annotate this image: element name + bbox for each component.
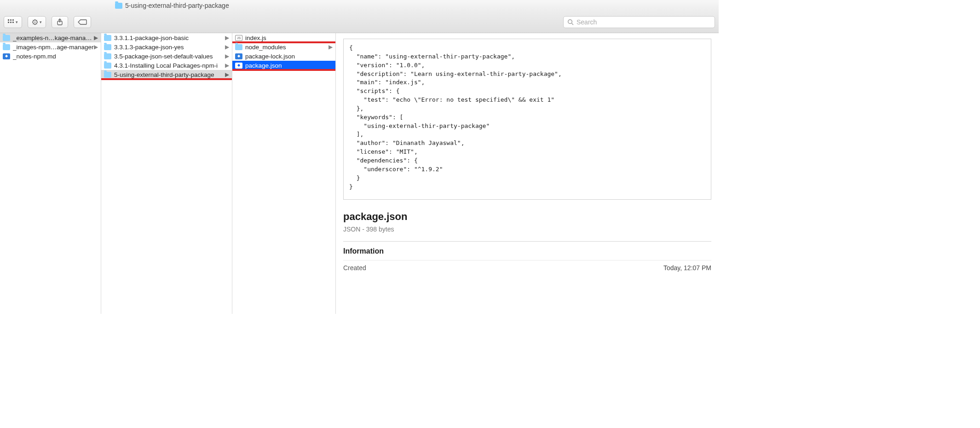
- list-item[interactable]: node_modules▶: [232, 42, 335, 52]
- list-item[interactable]: JSindex.js: [232, 33, 335, 42]
- svg-line-13: [36, 23, 37, 24]
- list-item[interactable]: 5-using-external-third-party-package▶: [101, 70, 232, 79]
- item-label: package.json: [245, 62, 333, 69]
- list-item[interactable]: _images-npm…age-manager▶: [0, 42, 101, 52]
- item-label: _notes-npm.md: [13, 53, 98, 60]
- list-item[interactable]: 3.5-package-json-set-default-values▶: [101, 52, 232, 61]
- item-label: _examples-n…kage-manager: [13, 35, 94, 41]
- item-label: 3.3.1.1-package-json-basic: [114, 35, 225, 41]
- svg-line-19: [572, 23, 574, 25]
- chevron-right-icon: ▶: [225, 71, 229, 78]
- folder-icon: [104, 72, 111, 78]
- preview-filename: package.json: [343, 211, 711, 223]
- action-menu-button[interactable]: ▾: [28, 16, 46, 28]
- svg-rect-0: [8, 19, 9, 21]
- column-1[interactable]: _examples-n…kage-manager▶_images-npm…age…: [0, 33, 101, 314]
- created-value: Today, 12:07 PM: [663, 264, 711, 272]
- list-item[interactable]: package-lock.json: [232, 52, 335, 61]
- item-label: _images-npm…age-manager: [13, 44, 94, 51]
- chevron-right-icon: ▶: [94, 35, 98, 41]
- item-label: index.js: [245, 35, 333, 41]
- column-2[interactable]: 3.3.1.1-package-json-basic▶3.3.1.3-packa…: [101, 33, 232, 314]
- item-label: package-lock.json: [245, 53, 333, 60]
- svg-point-18: [568, 19, 572, 23]
- svg-line-15: [36, 20, 37, 20]
- vscode-file-icon: [235, 53, 242, 59]
- share-button[interactable]: [52, 16, 68, 28]
- item-label: 5-using-external-third-party-package: [114, 71, 225, 78]
- view-mode-button[interactable]: ▾: [4, 16, 22, 28]
- chevron-down-icon: ▾: [40, 20, 42, 24]
- item-label: 4.3.1-Installing Local Packages-npm-i: [114, 62, 225, 69]
- info-section-header: Information: [343, 241, 711, 255]
- preview-subtitle: JSON - 398 bytes: [343, 226, 711, 233]
- annotation-underline: [232, 69, 335, 71]
- chevron-right-icon: ▶: [225, 35, 229, 41]
- chevron-right-icon: ▶: [94, 44, 98, 50]
- column-browser: _examples-n…kage-manager▶_images-npm…age…: [0, 33, 719, 314]
- svg-point-7: [35, 21, 35, 22]
- chevron-right-icon: ▶: [225, 62, 229, 69]
- svg-rect-1: [10, 19, 12, 21]
- folder-icon: [104, 53, 111, 59]
- file-content-preview: { "name": "using-external-thir-party-pac…: [343, 39, 711, 200]
- info-created-row: Created Today, 12:07 PM: [343, 260, 711, 275]
- folder-icon: [115, 3, 122, 9]
- list-item[interactable]: 3.3.1.3-package-json-yes▶: [101, 42, 232, 52]
- svg-rect-4: [10, 22, 12, 23]
- search-input[interactable]: [576, 18, 711, 26]
- list-item[interactable]: _notes-npm.md: [0, 52, 101, 61]
- chevron-right-icon: ▶: [225, 53, 229, 59]
- toolbar: ▾ ▾: [0, 11, 719, 33]
- list-item[interactable]: package.json: [232, 61, 335, 70]
- svg-rect-3: [8, 22, 9, 23]
- search-field[interactable]: [563, 16, 715, 28]
- chevron-down-icon: ▾: [16, 20, 18, 24]
- list-item[interactable]: _examples-n…kage-manager▶: [0, 33, 101, 42]
- column-3[interactable]: JSindex.jsnode_modules▶package-lock.json…: [232, 33, 336, 314]
- window-title: 5-using-external-third-party-package: [125, 2, 229, 9]
- window-titlebar: 5-using-external-third-party-package: [0, 0, 719, 11]
- item-label: 3.3.1.3-package-json-yes: [114, 44, 225, 51]
- svg-rect-5: [12, 22, 14, 23]
- js-file-icon: JS: [235, 35, 242, 41]
- search-icon: [567, 19, 574, 25]
- created-label: Created: [343, 264, 366, 272]
- item-label: 3.5-package-json-set-default-values: [114, 53, 225, 60]
- list-item[interactable]: 3.3.1.1-package-json-basic▶: [101, 33, 232, 42]
- svg-line-14: [33, 23, 34, 24]
- chevron-right-icon: ▶: [329, 44, 333, 50]
- item-label: node_modules: [245, 44, 329, 51]
- chevron-right-icon: ▶: [225, 44, 229, 50]
- svg-line-12: [33, 20, 34, 20]
- vscode-file-icon: [3, 53, 10, 59]
- folder-icon: [3, 35, 10, 41]
- annotation-underline: [101, 78, 232, 80]
- folder-icon: [104, 63, 111, 69]
- svg-rect-2: [12, 19, 14, 21]
- list-item[interactable]: 4.3.1-Installing Local Packages-npm-i▶: [101, 61, 232, 70]
- vscode-file-icon: [235, 63, 242, 69]
- folder-icon: [104, 35, 111, 41]
- tags-button[interactable]: [74, 16, 91, 28]
- preview-pane: { "name": "using-external-thir-party-pac…: [336, 33, 719, 314]
- folder-icon: [235, 44, 242, 50]
- folder-icon: [104, 44, 111, 50]
- folder-icon: [3, 44, 10, 50]
